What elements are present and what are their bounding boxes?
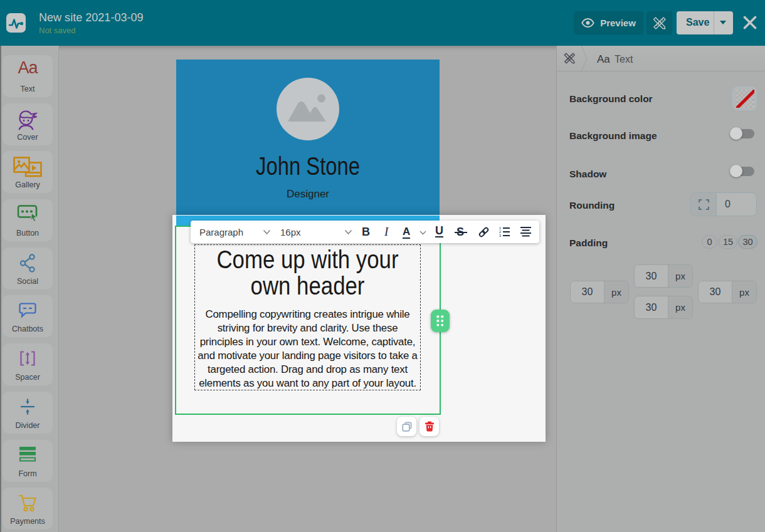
svg-text:3: 3 xyxy=(499,234,501,237)
